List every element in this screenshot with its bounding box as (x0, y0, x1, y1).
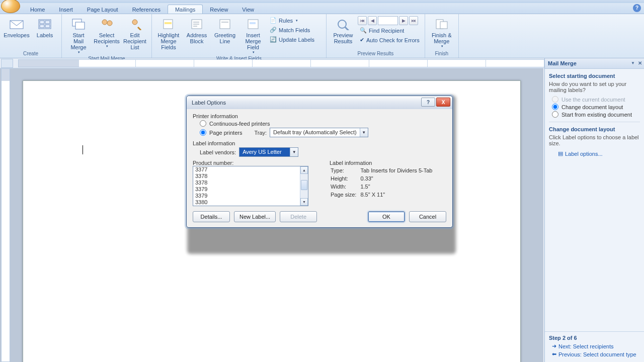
dialog-title-label: Label Options (192, 100, 226, 106)
label-options-link[interactable]: ▤Label options... (558, 150, 603, 157)
ruler-corner[interactable] (1, 59, 13, 68)
greeting-icon (217, 17, 233, 31)
address-block-button[interactable]: Address Block (183, 16, 210, 45)
opt-change-layout[interactable]: Change document layout (552, 104, 640, 110)
tab-review[interactable]: Review (203, 5, 235, 14)
tab-view[interactable]: View (235, 5, 261, 14)
svg-rect-20 (250, 22, 256, 24)
list-item[interactable]: 3377 (193, 166, 300, 173)
product-number-label: Product number: (193, 160, 308, 166)
first-record-button[interactable]: ⏮ (358, 16, 367, 25)
update-icon: 🔄 (270, 36, 277, 43)
next-record-button[interactable]: ▶ (399, 16, 408, 25)
pane-menu-button[interactable]: ▼ (631, 61, 635, 65)
opt-continuous-feed[interactable]: Continuous-feed printers (200, 120, 446, 127)
scroll-down-button[interactable]: ▼ (300, 198, 308, 206)
cancel-button[interactable]: Cancel (409, 211, 446, 222)
pane-question: How do you want to set up your mailing l… (549, 81, 640, 93)
info-heading: Label information (330, 160, 436, 166)
tab-insert[interactable]: Insert (52, 5, 80, 14)
arrow-left-icon: ⬅ (552, 351, 556, 357)
delete-button: Delete (280, 211, 317, 222)
tab-page-layout[interactable]: Page Layout (80, 5, 125, 14)
scroll-up-button[interactable]: ▲ (300, 166, 308, 174)
list-item[interactable]: 3379 (193, 193, 300, 199)
vertical-ruler[interactable] (1, 68, 10, 362)
last-record-button[interactable]: ⏭ (409, 16, 418, 25)
svg-rect-7 (75, 22, 85, 29)
match-label: Match Fields (279, 27, 310, 33)
labels-icon (37, 17, 53, 31)
printer-info-heading: Printer information (193, 113, 446, 119)
insert-field-label: Insert Merge Field (242, 32, 265, 50)
match-icon: 🔗 (270, 27, 277, 33)
envelopes-label: Envelopes (4, 32, 29, 38)
svg-rect-4 (40, 25, 44, 28)
update-label: Update Labels (279, 37, 314, 43)
highlight-fields-button[interactable]: Highlight Merge Fields (155, 16, 182, 51)
highlight-label: Highlight Merge Fields (157, 32, 180, 50)
opt-from-existing[interactable]: Start from existing document (552, 111, 640, 118)
svg-point-8 (102, 20, 107, 25)
find-label: Find Recipient (369, 28, 404, 34)
find-recipient-button[interactable]: 🔍Find Recipient (358, 26, 422, 35)
preview-icon (335, 17, 351, 31)
tab-mailings[interactable]: Mailings (168, 5, 203, 14)
help-icon[interactable]: ? (633, 4, 641, 12)
envelopes-button[interactable]: Envelopes (3, 16, 30, 39)
finish-merge-button[interactable]: Finish & Merge (428, 16, 455, 49)
envelope-icon (9, 17, 25, 31)
scroll-track[interactable] (300, 174, 308, 198)
select-recipients-button[interactable]: Select Recipients (93, 16, 120, 49)
label-info-heading: Label information (193, 140, 446, 146)
edit-list-icon (127, 17, 143, 31)
dialog-close-button[interactable]: X (436, 98, 450, 107)
address-label: Address Block (185, 32, 208, 44)
rules-button[interactable]: 📄Rules (268, 16, 323, 25)
list-item[interactable]: 3378 (193, 179, 300, 186)
product-listbox[interactable]: 337733783378337933793380 ▲ ▼ (193, 166, 308, 206)
svg-rect-24 (440, 22, 447, 29)
vendors-label: Label vendors: (200, 149, 236, 155)
record-number-box[interactable] (378, 16, 398, 25)
ok-button[interactable]: OK (368, 211, 405, 222)
auto-check-label: Auto Check for Errors (366, 37, 420, 43)
group-preview-title: Preview Results (330, 50, 422, 57)
scroll-thumb[interactable] (301, 180, 307, 190)
new-label-button[interactable]: New Label... (234, 211, 276, 222)
labels-button[interactable]: Labels (31, 16, 58, 39)
label-options-dialog: Label Options ? X Printer information Co… (186, 96, 453, 228)
tray-select[interactable]: Default tray (Automatically Select) ▼ (270, 128, 368, 137)
dialog-titlebar[interactable]: Label Options ? X (187, 96, 452, 109)
greeting-line-button[interactable]: Greeting Line (211, 16, 238, 45)
dialog-help-button[interactable]: ? (421, 98, 435, 107)
svg-point-21 (338, 20, 346, 28)
insert-merge-field-button[interactable]: Insert Merge Field (239, 16, 267, 55)
svg-rect-17 (220, 20, 230, 29)
update-labels-button[interactable]: 🔄Update Labels (268, 35, 323, 44)
vendors-select[interactable]: Avery US Letter ▼ (239, 147, 298, 157)
scrollbar[interactable]: ▲ ▼ (300, 166, 308, 206)
start-mail-merge-button[interactable]: Start Mail Merge (65, 16, 92, 55)
list-item[interactable]: 3379 (193, 186, 300, 193)
list-item[interactable]: 3378 (193, 173, 300, 179)
chevron-down-icon: ▼ (360, 128, 368, 137)
tab-references[interactable]: References (125, 5, 168, 14)
details-button[interactable]: Details... (193, 211, 230, 222)
next-step-link[interactable]: ➜Next: Select recipients (552, 343, 640, 349)
prev-record-button[interactable]: ◀ (368, 16, 377, 25)
svg-rect-2 (40, 21, 44, 24)
preview-results-button[interactable]: Preview Results (330, 16, 357, 45)
pane-close-button[interactable]: ✕ (638, 60, 642, 66)
prev-step-link[interactable]: ⬅Previous: Select document type (552, 351, 640, 357)
label-info-table: Type:Tab Inserts for Dividers 5-Tab Heig… (330, 166, 436, 199)
record-navigator: ⏮ ◀ ▶ ⏭ (358, 16, 422, 25)
match-fields-button[interactable]: 🔗Match Fields (268, 26, 323, 34)
tab-home[interactable]: Home (23, 5, 52, 14)
auto-check-button[interactable]: ✔Auto Check for Errors (358, 36, 422, 44)
opt-page-printers[interactable]: Page printers (200, 129, 242, 136)
list-item[interactable]: 3380 (193, 199, 300, 206)
group-finish-title: Finish (428, 50, 455, 57)
rules-icon: 📄 (270, 17, 277, 24)
edit-recipient-list-button[interactable]: Edit Recipient List (121, 16, 148, 51)
